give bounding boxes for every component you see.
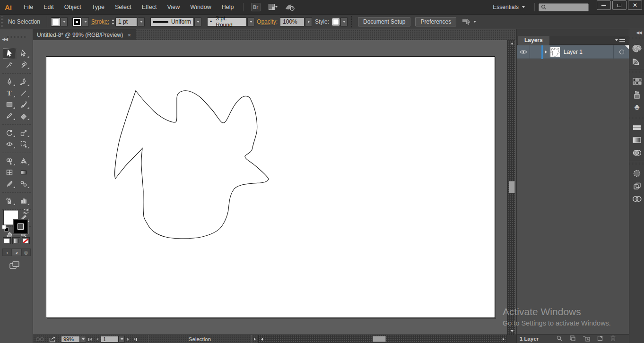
make-clipping-mask-icon[interactable]	[569, 335, 576, 343]
artboard-number-field[interactable]: 1	[101, 336, 119, 343]
zoom-level-dropdown[interactable]	[80, 336, 86, 343]
blend-tool[interactable]	[17, 179, 30, 189]
stroke-panel-link[interactable]: Stroke:	[91, 18, 109, 25]
artboard-number-dropdown[interactable]	[119, 336, 125, 343]
width-profile-dropdown[interactable]	[194, 17, 201, 26]
creative-cloud-icon[interactable]	[629, 192, 644, 205]
last-artboard-icon[interactable]	[134, 338, 137, 341]
lock-toggle-cell[interactable]	[530, 45, 541, 59]
gradient-panel-icon[interactable]	[629, 134, 644, 146]
type-tool[interactable]: T	[3, 88, 16, 98]
document-tab[interactable]: Untitled-8* @ 99% (RGB/Preview) ×	[33, 29, 136, 40]
panel-grip[interactable]	[629, 71, 644, 73]
free-transform-tool[interactable]	[17, 139, 30, 149]
menu-effect[interactable]: Effect	[137, 4, 162, 10]
canvas[interactable]	[33, 40, 516, 334]
selection-tool[interactable]	[3, 48, 16, 59]
change-screen-mode-icon[interactable]	[9, 261, 20, 271]
panel-grip[interactable]	[629, 117, 644, 119]
mesh-tool[interactable]	[3, 167, 16, 178]
brushes-panel-icon[interactable]	[629, 88, 644, 101]
direct-selection-tool[interactable]	[17, 48, 30, 59]
line-segment-tool[interactable]	[17, 88, 30, 98]
symbol-sprayer-tool[interactable]	[3, 196, 16, 206]
default-fill-stroke-icon[interactable]	[2, 225, 9, 232]
stroke-color-dropdown[interactable]	[82, 17, 89, 26]
gradient-button[interactable]	[12, 237, 20, 244]
stroke-panel-icon[interactable]	[629, 121, 644, 134]
scroll-left-icon[interactable]	[259, 335, 265, 343]
stroke-weight-stepper[interactable]	[112, 19, 114, 25]
stroke-weight-dropdown[interactable]	[138, 17, 145, 26]
brush-definition-dropdown[interactable]	[247, 17, 254, 26]
menu-edit[interactable]: Edit	[38, 4, 59, 10]
perspective-grid-tool[interactable]	[17, 156, 30, 166]
drawn-shape[interactable]	[46, 57, 496, 318]
gpu-performance-icon[interactable]	[284, 2, 296, 12]
first-artboard-icon[interactable]	[88, 338, 92, 341]
pen-tool[interactable]	[3, 77, 16, 87]
new-layer-icon[interactable]	[597, 335, 603, 343]
eraser-tool[interactable]	[17, 111, 30, 121]
layer-thumbnail[interactable]	[550, 47, 560, 57]
rectangle-tool[interactable]	[3, 99, 16, 110]
draw-behind-button[interactable]: ◕	[12, 249, 21, 256]
swap-fill-stroke-icon[interactable]	[23, 208, 29, 216]
arrange-documents-icon[interactable]	[267, 2, 278, 12]
preferences-button[interactable]: Preferences	[415, 17, 456, 26]
stroke-weight-field[interactable]: 1 pt	[115, 17, 137, 26]
next-artboard-icon[interactable]	[127, 338, 129, 341]
none-button[interactable]	[22, 237, 30, 244]
stroke-color-swatch[interactable]	[72, 17, 81, 26]
go-to-bridge-icon[interactable]: Br	[251, 3, 261, 11]
stroke-color-indicator[interactable]	[13, 219, 28, 234]
scale-tool[interactable]	[17, 128, 30, 138]
layers-tab[interactable]: Layers	[518, 36, 549, 45]
opacity-dropdown[interactable]	[305, 17, 312, 26]
style-dropdown[interactable]	[340, 17, 348, 26]
color-guide-panel-icon[interactable]	[629, 55, 644, 68]
minimize-button[interactable]	[597, 0, 611, 10]
delete-layer-icon[interactable]	[610, 335, 616, 343]
style-swatch[interactable]	[332, 18, 340, 26]
layer-row[interactable]: Layer 1	[517, 45, 629, 59]
menu-type[interactable]: Type	[87, 4, 110, 10]
width-tool[interactable]	[3, 139, 16, 149]
artboard[interactable]	[46, 56, 495, 318]
panel-menu-icon[interactable]	[615, 38, 625, 42]
close-tab-icon[interactable]: ×	[128, 32, 131, 38]
menu-object[interactable]: Object	[59, 4, 87, 10]
panel-grip[interactable]	[629, 163, 644, 165]
panel-grip[interactable]	[629, 37, 644, 39]
brush-definition-field[interactable]: • 3 pt. Round	[207, 17, 247, 26]
horizontal-scrollbar[interactable]	[258, 335, 507, 343]
visibility-eye-icon[interactable]	[517, 45, 530, 59]
menu-select[interactable]: Select	[110, 4, 137, 10]
appearance-panel-icon[interactable]	[629, 167, 644, 180]
align-options-icon[interactable]	[461, 18, 476, 26]
graphic-styles-panel-icon[interactable]	[629, 180, 644, 192]
pencil-tool[interactable]	[3, 111, 16, 121]
fill-color-dropdown[interactable]	[61, 17, 68, 26]
layer-name[interactable]: Layer 1	[564, 49, 583, 55]
column-graph-tool[interactable]	[17, 196, 30, 206]
transparency-panel-icon[interactable]	[629, 146, 644, 159]
fill-color-swatch[interactable]	[51, 17, 60, 26]
menu-file[interactable]: File	[18, 4, 38, 10]
lasso-tool[interactable]	[17, 60, 30, 70]
rotate-tool[interactable]	[3, 128, 16, 138]
draw-inside-button[interactable]: ◎	[21, 249, 31, 256]
vertical-scroll-thumb[interactable]	[509, 181, 515, 193]
swatches-panel-icon[interactable]	[629, 75, 644, 88]
eyedropper-tool[interactable]	[3, 179, 16, 189]
expand-layer-icon[interactable]	[545, 51, 547, 53]
vertical-scrollbar[interactable]	[507, 40, 515, 334]
panel-grip[interactable]	[1, 17, 3, 27]
document-setup-button[interactable]: Document Setup	[358, 17, 410, 26]
zoom-level-field[interactable]: 99%	[61, 336, 80, 343]
status-expand-icon[interactable]	[254, 338, 256, 341]
locate-object-icon[interactable]	[556, 335, 563, 343]
opacity-panel-link[interactable]: Opacity:	[257, 18, 278, 25]
search-input[interactable]	[539, 3, 589, 11]
export-icon[interactable]	[49, 336, 56, 343]
